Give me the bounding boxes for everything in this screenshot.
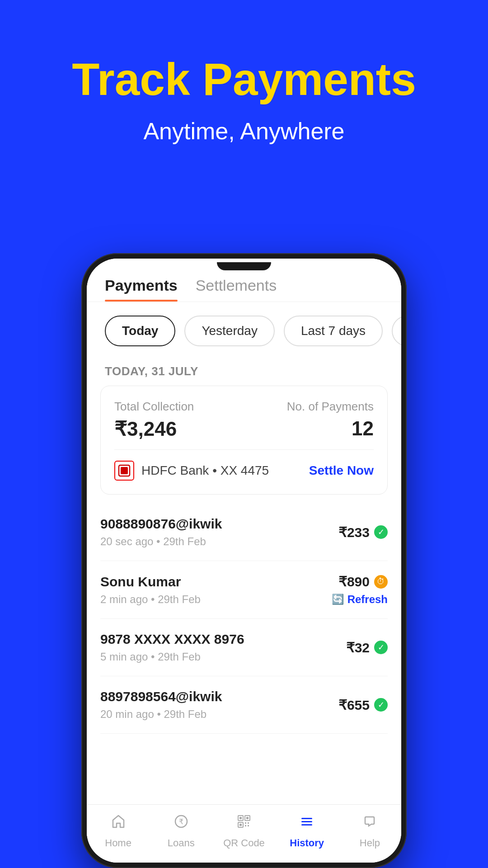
tx-right-1: ₹890 ⏱ 🔄 Refresh [332, 574, 388, 606]
app-content: Payments Settlements Today Yesterday Las… [87, 259, 401, 863]
nav-qrcode[interactable]: QR Code [212, 814, 275, 849]
tx-left-0: 9088890876@ikwik 20 sec ago • 29th Feb [100, 516, 222, 548]
tx-amount-1: ₹890 [338, 574, 370, 590]
tx-amount-3: ₹655 [338, 697, 370, 713]
tab-payments[interactable]: Payments [105, 277, 178, 302]
tx-meta-0: 20 sec ago • 29th Feb [100, 535, 222, 548]
hdfc-icon [114, 461, 134, 481]
phone-screen: Payments Settlements Today Yesterday Las… [87, 259, 401, 863]
tx-right-0: ₹233 ✓ [338, 524, 388, 540]
qrcode-icon [237, 814, 251, 833]
nav-loans-label: Loans [168, 837, 195, 849]
svg-rect-10 [245, 822, 246, 824]
tabs-row: Payments Settlements [105, 277, 383, 302]
svg-text:₹: ₹ [179, 818, 183, 826]
refresh-button[interactable]: 🔄 Refresh [332, 593, 388, 606]
tx-left-3: 8897898564@ikwik 20 min ago • 29th Feb [100, 689, 222, 721]
bank-name: HDFC Bank • XX 4475 [141, 463, 269, 478]
collection-label: Total Collection [114, 400, 194, 414]
history-icon [300, 814, 314, 833]
bottom-nav: Home ₹ Loans [87, 804, 401, 863]
settle-now-button[interactable]: Settle Now [309, 463, 374, 478]
payments-col: No. of Payments 12 [287, 400, 374, 440]
date-label: TODAY, 31 JULY [87, 360, 401, 386]
refresh-icon: 🔄 [332, 594, 344, 605]
transaction-item: 9088890876@ikwik 20 sec ago • 29th Feb ₹… [100, 504, 388, 561]
filter-month[interactable]: This Month [392, 316, 401, 346]
svg-rect-12 [245, 825, 246, 826]
bank-info: HDFC Bank • XX 4475 [114, 461, 269, 481]
summary-card: Total Collection ₹3,246 No. of Payments … [100, 386, 388, 495]
status-success-icon-0: ✓ [374, 525, 388, 539]
nav-home[interactable]: Home [87, 814, 150, 849]
svg-rect-9 [239, 824, 242, 826]
transaction-item-2: 9878 XXXX XXXX 8976 5 min ago • 29th Feb… [100, 619, 388, 676]
refresh-label: Refresh [347, 593, 388, 606]
collection-col: Total Collection ₹3,246 [114, 400, 194, 440]
collection-value: ₹3,246 [114, 417, 194, 440]
nav-help-label: Help [360, 837, 380, 849]
tx-meta-2: 5 min ago • 29th Feb [100, 651, 244, 663]
tx-amount-2: ₹32 [346, 640, 370, 656]
help-icon [362, 814, 377, 833]
status-success-icon-3: ✓ [374, 698, 388, 712]
transactions-list: 9088890876@ikwik 20 sec ago • 29th Feb ₹… [87, 504, 401, 804]
svg-rect-14 [301, 818, 312, 819]
filter-today[interactable]: Today [105, 316, 175, 346]
svg-rect-15 [301, 821, 312, 822]
svg-rect-7 [239, 817, 242, 819]
tx-right-3: ₹655 ✓ [338, 697, 388, 713]
tx-name-0: 9088890876@ikwik [100, 516, 222, 532]
summary-top: Total Collection ₹3,246 No. of Payments … [114, 400, 374, 440]
loans-icon: ₹ [174, 814, 188, 833]
svg-rect-11 [248, 822, 249, 824]
filter-section: Today Yesterday Last 7 days This Month [87, 302, 401, 360]
nav-history[interactable]: History [276, 814, 338, 849]
svg-rect-1 [121, 467, 128, 474]
summary-divider [114, 449, 374, 450]
tx-meta-3: 20 min ago • 29th Feb [100, 708, 222, 721]
nav-qrcode-label: QR Code [223, 837, 265, 849]
tx-meta-1: 2 min ago • 29th Feb [100, 593, 201, 606]
filter-yesterday[interactable]: Yesterday [184, 316, 275, 346]
tx-right-2: ₹32 ✓ [346, 640, 388, 656]
tx-left-2: 9878 XXXX XXXX 8976 5 min ago • 29th Feb [100, 632, 244, 663]
tx-amount-row-1: ₹890 ⏱ [338, 574, 388, 590]
nav-help[interactable]: Help [338, 814, 401, 849]
transaction-item-1: Sonu Kumar 2 min ago • 29th Feb ₹890 ⏱ 🔄… [100, 561, 388, 619]
payments-value: 12 [352, 417, 374, 440]
nav-loans[interactable]: ₹ Loans [150, 814, 212, 849]
tx-amount-row-3: ₹655 ✓ [338, 697, 388, 713]
tx-amount-0: ₹233 [338, 524, 370, 540]
tab-settlements[interactable]: Settlements [196, 277, 277, 302]
hero-title: Track Payments [27, 54, 461, 104]
phone-notch [217, 262, 271, 270]
status-pending-icon-1: ⏱ [374, 575, 388, 589]
tx-name-2: 9878 XXXX XXXX 8976 [100, 632, 244, 647]
phone-mockup: Payments Settlements Today Yesterday Las… [81, 253, 407, 868]
tx-name-3: 8897898564@ikwik [100, 689, 222, 704]
transaction-item-3: 8897898564@ikwik 20 min ago • 29th Feb ₹… [100, 676, 388, 734]
tx-amount-row-0: ₹233 ✓ [338, 524, 388, 540]
tx-amount-row-2: ₹32 ✓ [346, 640, 388, 656]
svg-rect-8 [246, 817, 249, 819]
tx-left-1: Sonu Kumar 2 min ago • 29th Feb [100, 574, 201, 606]
hero-section: Track Payments Anytime, Anywhere [0, 0, 488, 172]
filter-7days[interactable]: Last 7 days [284, 316, 383, 346]
home-icon [111, 814, 126, 833]
svg-rect-16 [301, 824, 312, 826]
nav-home-label: Home [105, 837, 131, 849]
hero-subtitle: Anytime, Anywhere [27, 118, 461, 145]
status-success-icon-2: ✓ [374, 641, 388, 654]
nav-history-label: History [290, 837, 324, 849]
tx-name-1: Sonu Kumar [100, 574, 201, 590]
payments-label: No. of Payments [287, 400, 374, 414]
bank-row: HDFC Bank • XX 4475 Settle Now [114, 461, 374, 481]
svg-rect-13 [248, 825, 249, 826]
phone-outer: Payments Settlements Today Yesterday Las… [81, 253, 407, 868]
